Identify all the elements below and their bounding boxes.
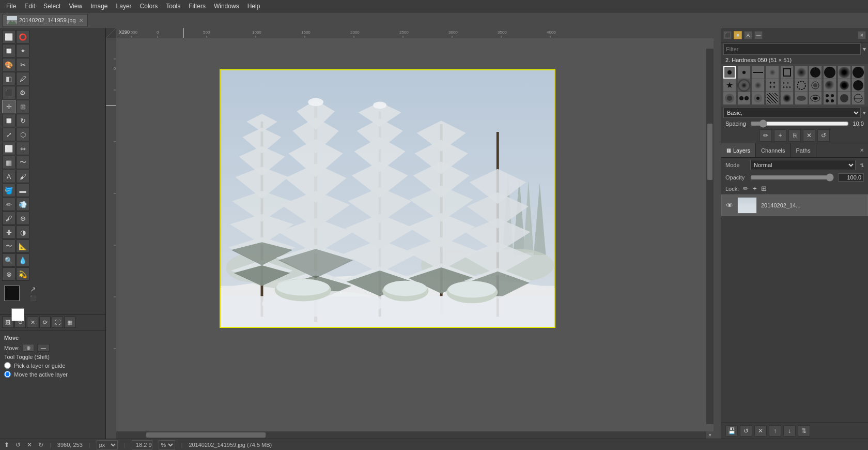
menu-edit[interactable]: Edit [20, 2, 39, 11]
spacing-slider[interactable] [750, 120, 849, 127]
tab-channels[interactable]: Channels [756, 143, 791, 157]
tool-paint-select[interactable]: ⬛ [2, 86, 16, 99]
panel-icon-color[interactable]: ■ [734, 31, 742, 39]
tool-shear[interactable]: ⬡ [16, 128, 29, 141]
tool-pencil[interactable]: ✏ [2, 198, 16, 211]
mode-arrows-icon[interactable]: ⇅ [860, 162, 864, 168]
tool-rotate[interactable]: ↻ [16, 114, 29, 127]
panel-close-icon[interactable]: ✕ [858, 31, 866, 39]
tool-warp[interactable]: 〜 [16, 156, 29, 169]
brush-item[interactable] [738, 66, 750, 79]
fullscreen-icon[interactable]: ⛶ [52, 317, 63, 328]
layer-undo-button[interactable]: ↺ [740, 425, 752, 437]
opacity-slider[interactable] [750, 174, 834, 181]
tool-paths[interactable]: 🖊 [16, 72, 29, 85]
tool-crop[interactable]: 🔲 [2, 114, 16, 127]
brush-item[interactable] [809, 79, 822, 92]
brush-item[interactable] [738, 92, 750, 104]
menu-layer[interactable]: Layer [112, 2, 136, 11]
brush-refresh-icon[interactable]: ↺ [817, 129, 830, 142]
reset-colors-icon[interactable]: ⬛ [30, 295, 36, 301]
background-color[interactable] [11, 308, 24, 321]
tool-bucket[interactable]: 🪣 [2, 184, 16, 197]
layer-merge-button[interactable]: ⇅ [798, 425, 810, 437]
tool-paint[interactable]: 🖌 [16, 170, 29, 183]
mode-select[interactable]: Normal Multiply Screen [750, 160, 856, 170]
brush-preset-dropdown-icon[interactable]: ▾ [863, 110, 866, 116]
move-option-1[interactable]: ⊕ [23, 344, 34, 352]
tool-foreground-select[interactable]: ◧ [2, 72, 16, 85]
scroll-h[interactable]: ▾ [116, 431, 714, 439]
opacity-input[interactable] [838, 173, 864, 182]
brush-edit-icon[interactable]: ✏ [760, 129, 772, 142]
brush-item[interactable] [795, 92, 808, 104]
tool-clone[interactable]: ⊕ [16, 212, 29, 225]
tool-transform[interactable]: ⚙ [16, 86, 29, 99]
undo-button[interactable]: ↺ [16, 441, 21, 448]
unit-select[interactable]: px mm in [97, 440, 118, 449]
brush-preset-select[interactable]: Basic, [723, 108, 861, 118]
canvas-nav-button[interactable]: ▾ [706, 431, 714, 439]
tool-measure[interactable]: 📐 [16, 239, 29, 253]
brush-item[interactable] [752, 92, 764, 104]
tool-ellipse-select[interactable]: ⭕ [16, 30, 29, 43]
close-icon[interactable]: ✕ [27, 317, 38, 328]
swap-colors-icon[interactable]: ↗ [30, 285, 36, 293]
brush-item[interactable] [723, 66, 736, 79]
layer-down-button[interactable]: ↓ [783, 425, 796, 437]
lock-add-icon[interactable]: + [753, 185, 757, 192]
layers-panel-close[interactable]: ✕ [856, 145, 868, 155]
menu-view[interactable]: View [65, 2, 86, 11]
tool-perspective[interactable]: ⬜ [2, 142, 16, 155]
tool-text[interactable]: A [2, 170, 16, 183]
tool-gradient[interactable]: ▬ [16, 184, 29, 197]
tool-flip[interactable]: ⇔ [16, 142, 29, 155]
brush-item[interactable] [838, 92, 850, 104]
menu-help[interactable]: Help [243, 2, 265, 11]
tool-scale[interactable]: ⤢ [2, 128, 16, 141]
brush-item[interactable]: ★ [723, 79, 736, 92]
panel-icon-square[interactable]: ⬛ [723, 31, 732, 39]
tool-scissors[interactable]: ✂ [16, 58, 29, 71]
brush-item[interactable] [738, 79, 750, 92]
brush-item[interactable] [781, 66, 793, 79]
tool-fuzzy-select[interactable]: ✦ [16, 44, 29, 57]
pick-layer-radio[interactable] [4, 362, 11, 369]
image-tab[interactable]: 20140202_141959.jpg ✕ [2, 14, 88, 26]
menu-image[interactable]: Image [86, 2, 112, 11]
move-active-radio[interactable] [4, 371, 11, 378]
brush-item[interactable] [809, 92, 822, 104]
brush-item[interactable] [852, 66, 864, 79]
restore-icon[interactable]: ⟳ [39, 317, 51, 328]
layer-visibility-icon[interactable]: 👁 [726, 201, 733, 209]
discard-button[interactable]: ✕ [27, 441, 32, 448]
brush-item[interactable] [781, 92, 793, 104]
tool-zoom[interactable]: 🔍 [2, 253, 16, 267]
image-export-button[interactable]: ⬆ [4, 441, 9, 448]
menu-select[interactable]: Select [39, 2, 65, 11]
brush-item[interactable] [723, 92, 736, 104]
brush-item[interactable] [824, 66, 836, 79]
brush-delete-icon[interactable]: ✕ [803, 129, 815, 142]
brush-copy-icon[interactable]: ⎘ [788, 129, 801, 142]
brush-item[interactable] [752, 79, 764, 92]
layer-save-button[interactable]: 💾 [725, 425, 738, 437]
tab-close-button[interactable]: ✕ [79, 18, 83, 23]
tool-dodge[interactable]: ◑ [16, 226, 29, 239]
move-option-2[interactable]: — [37, 344, 50, 352]
brush-item[interactable] [795, 66, 808, 79]
tool-heal2[interactable]: ⊗ [2, 267, 16, 281]
panel-icon-text[interactable]: A [744, 31, 752, 39]
scroll-h-thumb[interactable] [146, 432, 266, 438]
menu-filters[interactable]: Filters [184, 2, 210, 11]
tool-3d-transform[interactable]: ▦ [2, 156, 16, 169]
brush-item[interactable] [838, 66, 850, 79]
panel-icon-minus[interactable]: — [754, 31, 763, 39]
tool-move[interactable]: ✛ [2, 100, 16, 113]
history-button[interactable]: ↻ [38, 441, 43, 448]
tool-free-select[interactable]: 🔲 [2, 44, 16, 57]
zoom-select[interactable]: % [159, 440, 175, 449]
brush-item[interactable] [795, 79, 808, 92]
tool-align[interactable]: ⊞ [16, 100, 29, 113]
brush-item[interactable]: ✦✦✦✦ [766, 79, 779, 92]
